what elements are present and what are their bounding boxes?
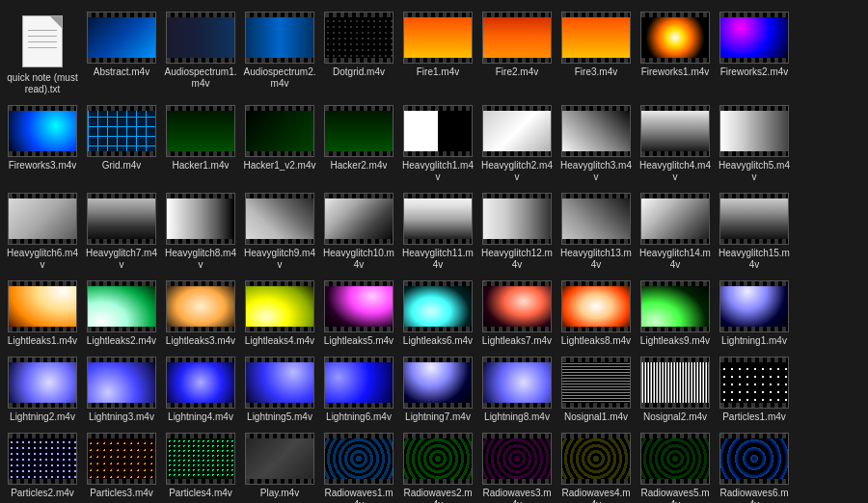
file-label: Heavyglitch6.m4v [6, 248, 79, 271]
file-item-particles1[interactable]: Particles1.m4v [716, 353, 793, 427]
file-item-lightleaks6[interactable]: Lightleaks6.m4v [399, 277, 476, 351]
file-item-quick-note[interactable]: quick note (must read).txt [4, 8, 81, 99]
file-item-heavyglitch10[interactable]: Heavyglitch10.m4v [320, 189, 397, 275]
video-thumbnail [166, 193, 235, 245]
file-item-heavyglitch2[interactable]: Heavyglitch2.m4v [478, 101, 556, 187]
file-item-heavyglitch3[interactable]: Heavyglitch3.m4v [557, 101, 635, 187]
video-thumbnail [561, 105, 631, 157]
file-item-fireworks1[interactable]: Fireworks1.m4v [637, 8, 714, 99]
file-item-radiowaves1[interactable]: Radiowaves1.m4v [320, 429, 397, 503]
file-item-particles2[interactable]: Particles2.m4v [4, 429, 81, 503]
file-item-audiospectrum1[interactable]: Audiospectrum1.m4v [162, 8, 239, 99]
file-item-audiospectrum2[interactable]: Audiospectrum2.m4v [241, 8, 318, 99]
file-item-fireworks3[interactable]: Fireworks3.m4v [4, 101, 81, 187]
file-label: Lightning7.m4v [405, 411, 471, 423]
file-item-radiowaves6[interactable]: Radiowaves6.m4v [716, 429, 793, 503]
file-item-lightning7[interactable]: Lightning7.m4v [399, 353, 476, 427]
file-item-particles3[interactable]: Particles3.m4v [83, 429, 160, 503]
file-label: Particles1.m4v [722, 411, 786, 423]
video-thumbnail [324, 280, 393, 332]
file-item-radiowaves2[interactable]: Radiowaves2.m4v [399, 429, 476, 503]
video-thumbnail [87, 280, 156, 332]
video-thumbnail [245, 280, 314, 332]
file-item-fire1[interactable]: Fire1.m4v [399, 8, 476, 99]
file-item-heavyglitch6[interactable]: Heavyglitch6.m4v [4, 189, 81, 275]
file-item-nosignal2[interactable]: Nosignal2.m4v [637, 353, 714, 427]
file-label: Lightleaks6.m4v [403, 335, 473, 347]
file-item-lightleaks2[interactable]: Lightleaks2.m4v [83, 277, 160, 351]
video-thumbnail [8, 357, 77, 409]
file-item-heavyglitch15[interactable]: Heavyglitch15.m4v [716, 189, 793, 275]
file-label: Dotgrid.m4v [333, 66, 385, 78]
file-label: Lightning3.m4v [89, 411, 154, 423]
file-item-lightleaks9[interactable]: Lightleaks9.m4v [637, 277, 714, 351]
file-item-heavyglitch7[interactable]: Heavyglitch7.m4v [83, 189, 160, 275]
file-item-radiowaves5[interactable]: Radiowaves5.m4v [637, 429, 714, 503]
file-item-heavyglitch1[interactable]: Heavyglitch1.m4v [399, 101, 476, 187]
file-item-lightning8[interactable]: Lightning8.m4v [478, 353, 556, 427]
file-item-lightning4[interactable]: Lightning4.m4v [162, 353, 239, 427]
video-thumbnail [482, 105, 552, 157]
file-item-dotgrid[interactable]: Dotgrid.m4v [320, 8, 397, 99]
file-label: Fire3.m4v [575, 66, 617, 78]
file-item-lightning6[interactable]: Lightning6.m4v [320, 353, 397, 427]
file-item-lightning5[interactable]: Lightning5.m4v [241, 353, 318, 427]
video-thumbnail [482, 12, 552, 64]
file-label: Abstract.m4v [94, 66, 149, 78]
file-label: Lightleaks7.m4v [482, 335, 552, 347]
file-item-radiowaves4[interactable]: Radiowaves4.m4v [557, 429, 635, 503]
file-item-lightleaks5[interactable]: Lightleaks5.m4v [320, 277, 397, 351]
file-item-heavyglitch11[interactable]: Heavyglitch11.m4v [399, 189, 476, 275]
file-label: Hacker1.m4v [173, 160, 230, 172]
file-label: Lightleaks9.m4v [640, 335, 710, 347]
file-item-heavyglitch8[interactable]: Heavyglitch8.m4v [162, 189, 239, 275]
file-label: Heavyglitch9.m4v [243, 248, 316, 271]
video-thumbnail [324, 433, 393, 485]
video-thumbnail [561, 193, 631, 245]
file-item-radiowaves3[interactable]: Radiowaves3.m4v [478, 429, 556, 503]
video-thumbnail [482, 357, 552, 409]
file-item-play[interactable]: Play.m4v [241, 429, 318, 503]
file-item-lightleaks1[interactable]: Lightleaks1.m4v [4, 277, 81, 351]
file-item-lightning3[interactable]: Lightning3.m4v [83, 353, 160, 427]
video-thumbnail [719, 193, 789, 245]
file-item-hacker2[interactable]: Hacker2.m4v [320, 101, 397, 187]
file-item-heavyglitch12[interactable]: Heavyglitch12.m4v [478, 189, 556, 275]
file-label: Lightleaks2.m4v [87, 335, 156, 347]
file-item-heavyglitch9[interactable]: Heavyglitch9.m4v [241, 189, 318, 275]
file-label: Heavyglitch11.m4v [401, 248, 475, 271]
file-label: Heavyglitch3.m4v [559, 160, 633, 183]
video-thumbnail [403, 357, 473, 409]
video-thumbnail [245, 357, 314, 409]
file-item-heavyglitch5[interactable]: Heavyglitch5.m4v [716, 101, 793, 187]
file-label: Fireworks1.m4v [641, 66, 710, 78]
file-item-lightning2[interactable]: Lightning2.m4v [4, 353, 81, 427]
file-item-grid[interactable]: Grid.m4v [83, 101, 160, 187]
file-item-lightleaks3[interactable]: Lightleaks3.m4v [162, 277, 239, 351]
file-label: Particles2.m4v [11, 488, 74, 499]
file-item-hacker1v2[interactable]: Hacker1_v2.m4v [241, 101, 318, 187]
document-icon [22, 15, 63, 67]
file-item-hacker1[interactable]: Hacker1.m4v [162, 101, 239, 187]
file-item-nosignal1[interactable]: Nosignal1.m4v [557, 353, 635, 427]
file-item-heavyglitch14[interactable]: Heavyglitch14.m4v [637, 189, 714, 275]
file-item-abstract[interactable]: Abstract.m4v [83, 8, 160, 99]
file-item-fireworks2[interactable]: Fireworks2.m4v [716, 8, 793, 99]
video-thumbnail [561, 280, 631, 332]
video-thumbnail [324, 12, 393, 64]
file-item-lightning1[interactable]: Lightning1.m4v [716, 277, 793, 351]
file-item-lightleaks4[interactable]: Lightleaks4.m4v [241, 277, 318, 351]
file-item-fire2[interactable]: Fire2.m4v [478, 8, 556, 99]
file-item-fire3[interactable]: Fire3.m4v [557, 8, 635, 99]
file-label: Lightning2.m4v [10, 411, 75, 423]
file-item-lightleaks7[interactable]: Lightleaks7.m4v [478, 277, 556, 351]
file-label: Lightning5.m4v [247, 411, 312, 423]
file-item-heavyglitch4[interactable]: Heavyglitch4.m4v [637, 101, 714, 187]
file-item-heavyglitch13[interactable]: Heavyglitch13.m4v [557, 189, 635, 275]
file-item-lightleaks8[interactable]: Lightleaks8.m4v [557, 277, 635, 351]
video-thumbnail [324, 193, 393, 245]
file-item-particles4[interactable]: Particles4.m4v [162, 429, 239, 503]
video-thumbnail [166, 105, 235, 157]
file-label: Radiowaves5.m4v [638, 488, 712, 503]
video-thumbnail [719, 12, 789, 64]
